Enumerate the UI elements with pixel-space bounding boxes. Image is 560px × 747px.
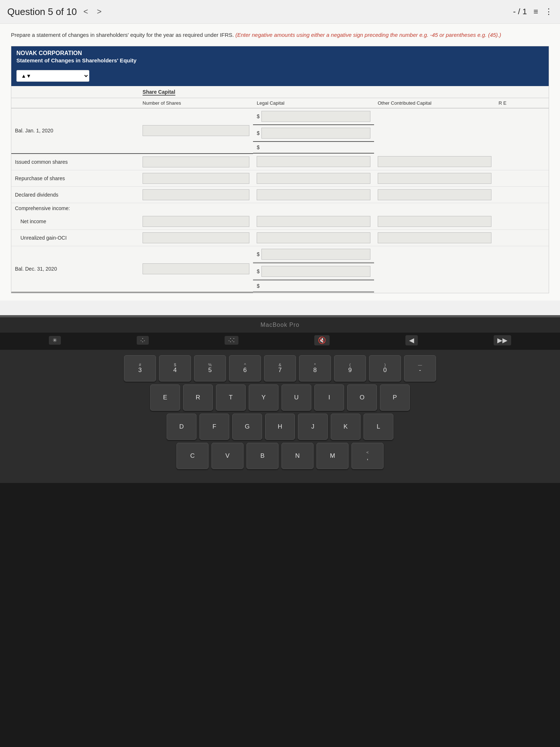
key-e[interactable]: E <box>150 384 180 411</box>
oci-other-cell <box>374 229 495 246</box>
table-row: Net income <box>11 213 549 230</box>
key-dash[interactable]: — - <box>404 355 436 382</box>
issued-shares-input[interactable] <box>143 156 249 167</box>
bal-dec-other-dollar: $ <box>257 268 260 274</box>
key-8[interactable]: * 8 <box>299 355 331 382</box>
issued-other-input[interactable] <box>378 156 491 167</box>
key-b[interactable]: B <box>246 443 279 469</box>
key-v-main: V <box>225 453 229 460</box>
key-y[interactable]: Y <box>249 384 279 411</box>
statement-title: Statement of Changes in Shareholders' Eq… <box>16 57 544 63</box>
dividends-legal-input[interactable] <box>257 189 370 200</box>
key-r[interactable]: R <box>183 384 213 411</box>
oci-re-cell-empty <box>495 229 549 246</box>
key-j-main: J <box>311 423 315 430</box>
issued-re-cell <box>495 154 549 170</box>
tb-mute[interactable]: ·⁚·⁚ <box>225 336 238 345</box>
tb-volume-down[interactable]: ◀ <box>405 335 418 345</box>
bal-dec-other-input[interactable] <box>261 266 370 277</box>
bal-dec-re-cell: $ <box>253 280 374 293</box>
row-label-issued: Issued common shares <box>11 154 139 170</box>
oci-other-input[interactable] <box>378 232 491 243</box>
key-0[interactable]: ) 0 <box>369 355 401 382</box>
key-f[interactable]: F <box>199 414 229 440</box>
key-g[interactable]: G <box>232 414 262 440</box>
key-5[interactable]: % 5 <box>194 355 226 382</box>
bal-jan-other-input[interactable] <box>261 128 370 139</box>
key-4[interactable]: $ 4 <box>159 355 191 382</box>
period-selector[interactable]: ▲▼ <box>16 70 89 82</box>
bal-dec-other-cell: $ <box>253 263 374 280</box>
comprehensive-income-label: Comprehensive income: <box>11 203 139 213</box>
bal-dec-legal-input[interactable] <box>261 249 370 260</box>
key-t[interactable]: T <box>216 384 246 411</box>
key-k[interactable]: K <box>331 414 361 440</box>
other-sub-header: Other Contributed Capital <box>374 98 495 108</box>
dividends-shares-input[interactable] <box>143 189 249 200</box>
tb-volume-up[interactable]: ▶▶ <box>494 335 511 345</box>
repurchase-shares-input[interactable] <box>143 173 249 184</box>
top-bar-right: - / 1 ≡ ⋮ <box>513 7 553 16</box>
repurchase-re-cell <box>495 170 549 186</box>
key-9-main: 9 <box>348 367 351 374</box>
key-c[interactable]: C <box>176 443 209 469</box>
keyboard-row-4: C V B N M < , <box>7 443 553 469</box>
key-comma[interactable]: < , <box>351 443 384 469</box>
oci-shares-input[interactable] <box>143 232 249 243</box>
net-income-legal-input[interactable] <box>257 216 370 227</box>
key-i[interactable]: I <box>314 384 344 411</box>
question-title: Question 5 of 10 <box>7 6 77 18</box>
key-v[interactable]: V <box>211 443 244 469</box>
repurchase-legal-input[interactable] <box>257 173 370 184</box>
keyboard-row-2: E R T Y U I O P <box>7 384 553 411</box>
key-t-main: T <box>229 394 233 401</box>
key-d[interactable]: D <box>167 414 197 440</box>
key-6-main: 6 <box>243 367 246 374</box>
key-m[interactable]: M <box>316 443 349 469</box>
key-j[interactable]: J <box>298 414 328 440</box>
keyboard-row-1: # 3 $ 4 % 5 ^ 6 & 7 * 8 ( 9 ) 0 <box>7 355 553 382</box>
bal-jan-legal-input[interactable] <box>261 111 370 122</box>
bal-jan-shares-cell <box>139 108 253 154</box>
bal-dec-re-dollar: $ <box>257 283 260 289</box>
key-o[interactable]: O <box>347 384 377 411</box>
key-h[interactable]: H <box>265 414 295 440</box>
key-u[interactable]: U <box>281 384 311 411</box>
shares-sub-header: Number of Shares <box>139 98 253 108</box>
issued-shares-cell <box>139 154 253 170</box>
key-4-main: 4 <box>173 367 176 374</box>
table-row: Repurchase of shares <box>11 170 549 186</box>
dots-icon[interactable]: ⋮ <box>545 7 553 16</box>
bal-jan-shares-input[interactable] <box>143 125 249 136</box>
bal-dec-shares-input[interactable] <box>143 263 249 274</box>
prev-arrow[interactable]: < <box>81 6 90 17</box>
tb-brightness-up[interactable]: ·⁚· <box>137 336 149 345</box>
statement-table-container: NOVAK CORPORATION Statement of Changes i… <box>11 46 549 294</box>
repurchase-other-cell <box>374 170 495 186</box>
menu-icon[interactable]: ≡ <box>533 7 538 16</box>
key-p[interactable]: P <box>380 384 410 411</box>
net-income-other-input[interactable] <box>378 216 491 227</box>
instructions-italic: (Enter negative amounts using either a n… <box>236 32 501 38</box>
key-3[interactable]: # 3 <box>124 355 156 382</box>
key-n[interactable]: N <box>281 443 314 469</box>
bal-jan-other-dollar: $ <box>257 130 260 136</box>
tb-brightness-down[interactable]: ✳︎ <box>49 336 61 345</box>
key-6[interactable]: ^ 6 <box>229 355 261 382</box>
next-arrow[interactable]: > <box>95 6 104 17</box>
oci-legal-input[interactable] <box>257 232 370 243</box>
oci-legal-cell <box>253 229 374 246</box>
key-i-main: I <box>328 394 330 401</box>
key-7[interactable]: & 7 <box>264 355 296 382</box>
key-g-main: G <box>245 423 249 430</box>
issued-legal-input[interactable] <box>257 156 370 167</box>
dividends-other-input[interactable] <box>378 189 491 200</box>
dividends-shares-cell <box>139 186 253 203</box>
key-9[interactable]: ( 9 <box>334 355 366 382</box>
tb-volume-icon[interactable]: 🔇 <box>314 335 330 345</box>
top-bar: Question 5 of 10 < > - / 1 ≡ ⋮ <box>0 0 560 24</box>
repurchase-other-input[interactable] <box>378 173 491 184</box>
table-header: NOVAK CORPORATION Statement of Changes i… <box>11 46 549 67</box>
key-l[interactable]: L <box>363 414 393 440</box>
net-income-shares-input[interactable] <box>143 216 249 227</box>
